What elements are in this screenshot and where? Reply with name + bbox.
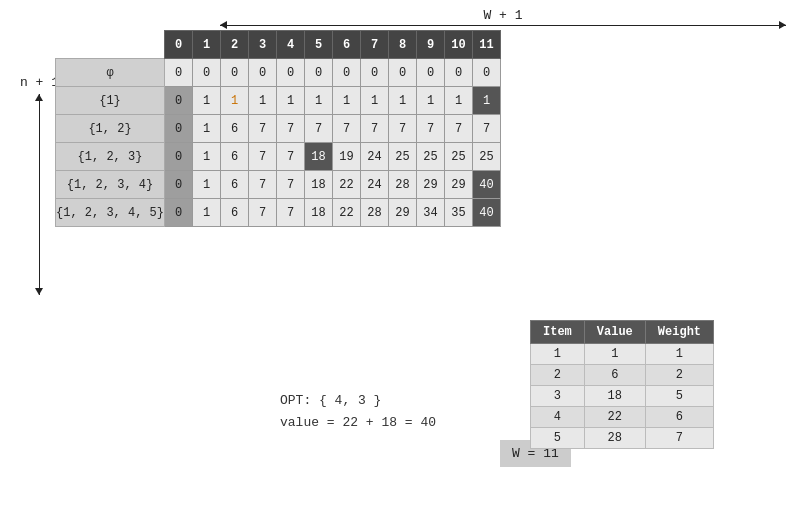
- dp-cell-0-11: 0: [473, 59, 501, 87]
- dp-cell-3-3: 7: [249, 143, 277, 171]
- dp-cell-4-11: 40: [473, 171, 501, 199]
- item-cell-2-2: 5: [645, 386, 713, 407]
- item-cell-1-2: 2: [645, 365, 713, 386]
- dp-header-3: 3: [249, 31, 277, 59]
- dp-cell-4-1: 1: [193, 171, 221, 199]
- dp-cell-2-8: 7: [389, 115, 417, 143]
- dp-cell-4-10: 29: [445, 171, 473, 199]
- dp-header-empty: [56, 31, 165, 59]
- dp-cell-5-9: 34: [417, 199, 445, 227]
- dp-cell-3-7: 24: [361, 143, 389, 171]
- opt-line1: OPT: { 4, 3 }: [280, 390, 436, 412]
- row-label-4: {1, 2, 3, 4}: [56, 171, 165, 199]
- dp-cell-5-3: 7: [249, 199, 277, 227]
- dp-cell-2-5: 7: [305, 115, 333, 143]
- list-item: 111: [531, 344, 714, 365]
- dp-cell-4-3: 7: [249, 171, 277, 199]
- dp-cell-1-7: 1: [361, 87, 389, 115]
- dp-cell-0-1: 0: [193, 59, 221, 87]
- dp-cell-1-1: 1: [193, 87, 221, 115]
- dp-cell-0-10: 0: [445, 59, 473, 87]
- n1-arrow-line: [39, 94, 40, 295]
- dp-header-5: 5: [305, 31, 333, 59]
- item-cell-3-0: 4: [531, 407, 585, 428]
- item-cell-1-1: 6: [584, 365, 645, 386]
- dp-cell-4-9: 29: [417, 171, 445, 199]
- list-item: 5287: [531, 428, 714, 449]
- dp-cell-5-6: 22: [333, 199, 361, 227]
- dp-header-8: 8: [389, 31, 417, 59]
- dp-cell-0-8: 0: [389, 59, 417, 87]
- dp-cell-3-9: 25: [417, 143, 445, 171]
- dp-cell-4-0: 0: [165, 171, 193, 199]
- dp-cell-2-1: 1: [193, 115, 221, 143]
- row-label-3: {1, 2, 3}: [56, 143, 165, 171]
- dp-table: 01234567891011φ000000000000{1}0111111111…: [55, 30, 501, 227]
- dp-header-6: 6: [333, 31, 361, 59]
- dp-cell-2-11: 7: [473, 115, 501, 143]
- item-cell-4-0: 5: [531, 428, 585, 449]
- dp-cell-0-7: 0: [361, 59, 389, 87]
- row-label-5: {1, 2, 3, 4, 5}: [56, 199, 165, 227]
- list-item: 3185: [531, 386, 714, 407]
- item-header-item: Item: [531, 321, 585, 344]
- dp-cell-3-11: 25: [473, 143, 501, 171]
- list-item: 262: [531, 365, 714, 386]
- dp-header-9: 9: [417, 31, 445, 59]
- dp-cell-2-10: 7: [445, 115, 473, 143]
- dp-cell-0-0: 0: [165, 59, 193, 87]
- dp-cell-1-9: 1: [417, 87, 445, 115]
- table-row: {1, 2}016777777777: [56, 115, 501, 143]
- table-row: {1, 2, 3, 4, 5}0167718222829343540: [56, 199, 501, 227]
- dp-cell-5-7: 28: [361, 199, 389, 227]
- dp-cell-3-0: 0: [165, 143, 193, 171]
- dp-table-wrapper: 01234567891011φ000000000000{1}0111111111…: [55, 30, 501, 227]
- dp-cell-5-11: 40: [473, 199, 501, 227]
- dp-cell-0-4: 0: [277, 59, 305, 87]
- opt-text: OPT: { 4, 3 } value = 22 + 18 = 40: [280, 390, 436, 434]
- dp-cell-2-3: 7: [249, 115, 277, 143]
- dp-cell-1-8: 1: [389, 87, 417, 115]
- item-cell-0-2: 1: [645, 344, 713, 365]
- dp-cell-1-6: 1: [333, 87, 361, 115]
- item-cell-3-2: 6: [645, 407, 713, 428]
- table-row: {1, 2, 3}0167718192425252525: [56, 143, 501, 171]
- dp-cell-4-5: 18: [305, 171, 333, 199]
- item-table: ItemValueWeight 111262318542265287: [530, 320, 714, 449]
- dp-cell-1-2: 1: [221, 87, 249, 115]
- list-item: 4226: [531, 407, 714, 428]
- table-row: φ000000000000: [56, 59, 501, 87]
- item-cell-0-1: 1: [584, 344, 645, 365]
- dp-cell-0-2: 0: [221, 59, 249, 87]
- dp-header-0: 0: [165, 31, 193, 59]
- w1-arrow-container: W + 1: [220, 8, 786, 26]
- dp-cell-3-1: 1: [193, 143, 221, 171]
- dp-cell-4-6: 22: [333, 171, 361, 199]
- dp-cell-4-8: 28: [389, 171, 417, 199]
- dp-cell-2-4: 7: [277, 115, 305, 143]
- dp-cell-0-5: 0: [305, 59, 333, 87]
- item-cell-0-0: 1: [531, 344, 585, 365]
- n1-arrow-container: n + 1: [20, 75, 59, 295]
- dp-cell-3-2: 6: [221, 143, 249, 171]
- dp-cell-2-6: 7: [333, 115, 361, 143]
- dp-cell-1-0: 0: [165, 87, 193, 115]
- table-row: {1, 2, 3, 4}0167718222428292940: [56, 171, 501, 199]
- dp-cell-5-4: 7: [277, 199, 305, 227]
- dp-header-11: 11: [473, 31, 501, 59]
- item-header-value: Value: [584, 321, 645, 344]
- dp-cell-0-9: 0: [417, 59, 445, 87]
- dp-cell-3-8: 25: [389, 143, 417, 171]
- dp-cell-4-2: 6: [221, 171, 249, 199]
- dp-header-1: 1: [193, 31, 221, 59]
- dp-cell-3-4: 7: [277, 143, 305, 171]
- dp-cell-5-5: 18: [305, 199, 333, 227]
- dp-cell-5-0: 0: [165, 199, 193, 227]
- item-cell-4-1: 28: [584, 428, 645, 449]
- dp-cell-2-7: 7: [361, 115, 389, 143]
- dp-cell-1-11: 1: [473, 87, 501, 115]
- dp-cell-1-10: 1: [445, 87, 473, 115]
- dp-cell-5-1: 1: [193, 199, 221, 227]
- dp-header-4: 4: [277, 31, 305, 59]
- dp-cell-5-10: 35: [445, 199, 473, 227]
